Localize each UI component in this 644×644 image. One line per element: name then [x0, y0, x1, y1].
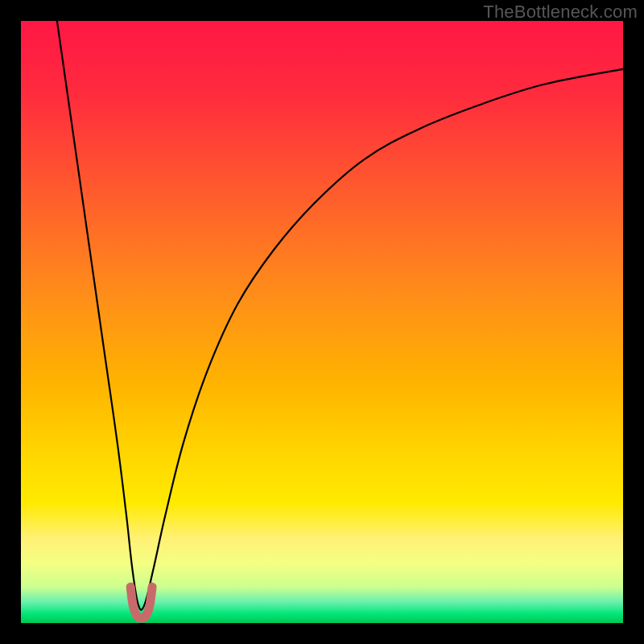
plot-area	[21, 21, 623, 623]
bottleneck-chart	[21, 21, 623, 623]
gradient-background	[21, 21, 623, 623]
watermark-text: TheBottleneck.com	[483, 2, 638, 23]
